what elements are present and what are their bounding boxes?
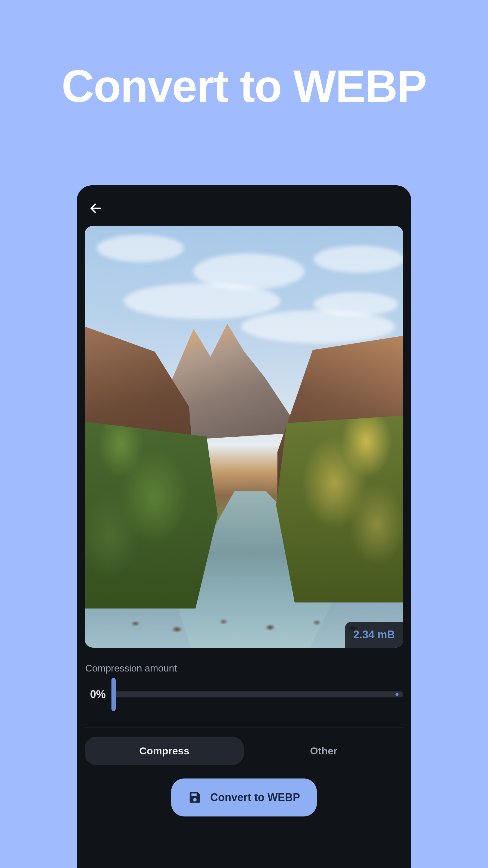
preview-decoration	[97, 235, 184, 262]
back-arrow-icon[interactable]	[89, 201, 103, 215]
preview-decoration	[314, 246, 403, 273]
preview-decoration	[314, 292, 398, 316]
convert-button-label: Convert to WEBP	[210, 791, 300, 804]
tabs: Compress Other	[85, 737, 403, 765]
file-size-badge: 2.34 mB	[345, 622, 403, 648]
convert-button[interactable]: Convert to WEBP	[171, 778, 317, 816]
compression-value: 0%	[85, 688, 106, 701]
preview-decoration	[115, 599, 374, 648]
page-title: Convert to WEBP	[0, 0, 488, 113]
tab-compress[interactable]: Compress	[85, 737, 244, 765]
slider-track	[113, 691, 403, 698]
compression-label: Compression amount	[85, 663, 403, 674]
device-frame: 2.34 mB Compression amount 0% Compress O…	[77, 185, 411, 868]
compression-slider-row: 0%	[85, 682, 403, 727]
cta-row: Convert to WEBP	[85, 778, 403, 816]
compression-slider[interactable]	[113, 682, 403, 707]
image-preview: 2.34 mB	[85, 226, 403, 648]
tab-other[interactable]: Other	[244, 737, 403, 765]
preview-decoration	[124, 283, 281, 319]
slider-thumb[interactable]	[111, 678, 116, 711]
top-bar	[85, 193, 403, 223]
preview-decoration	[271, 415, 403, 602]
save-icon	[188, 790, 202, 804]
divider	[84, 727, 404, 728]
